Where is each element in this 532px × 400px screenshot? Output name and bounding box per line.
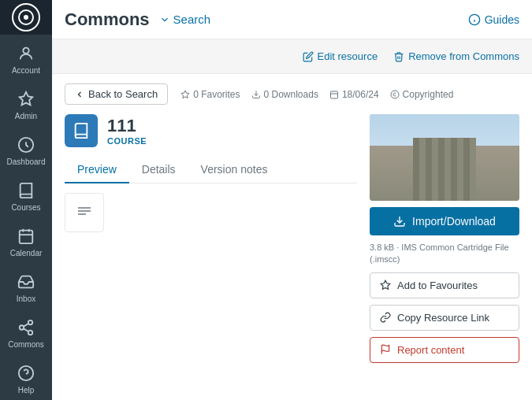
resource-title: 111 (107, 116, 147, 136)
downloads-meta: 0 Downloads (251, 89, 318, 100)
sidebar-item-account[interactable]: Account (0, 35, 52, 80)
sidebar-item-dashboard[interactable]: Dashboard (0, 126, 52, 172)
guides-button[interactable]: Guides (468, 13, 519, 26)
sidebar-item-courses[interactable]: Courses (0, 172, 52, 217)
edit-resource-button[interactable]: Edit resource (303, 50, 378, 62)
right-panel: Import/Download 3.8 kB · IMS Common Cart… (370, 114, 519, 400)
copy-resource-link-button[interactable]: Copy Resource Link (370, 305, 519, 331)
commons-icon (15, 317, 37, 339)
search-nav-label: Search (173, 13, 211, 26)
account-icon (15, 43, 37, 65)
left-panel: 111 COURSE Preview Details Version notes (65, 114, 357, 400)
toolbar: Edit resource Remove from Commons (52, 39, 532, 74)
report-label: Report content (397, 344, 464, 356)
import-label: Import/Download (412, 215, 496, 228)
admin-label: Admin (15, 112, 37, 121)
logo-circle (12, 3, 40, 31)
link-icon (380, 312, 391, 323)
copyright-icon (390, 90, 400, 99)
trash-icon (393, 51, 404, 62)
remove-from-commons-button[interactable]: Remove from Commons (393, 50, 519, 62)
copy-link-label: Copy Resource Link (397, 312, 489, 324)
inbox-icon (15, 271, 37, 293)
meta-items: 0 Favorites 0 Downloads 18/06/24 (180, 89, 453, 100)
calendar-icon (15, 225, 37, 247)
svg-line-10 (24, 328, 28, 331)
svg-point-9 (28, 331, 33, 335)
favorites-meta: 0 Favorites (180, 89, 240, 100)
chevron-left-icon (75, 90, 84, 99)
remove-from-commons-label: Remove from Commons (408, 50, 519, 62)
svg-rect-3 (20, 231, 33, 244)
flag-icon (380, 344, 391, 355)
downloads-count: 0 Downloads (264, 89, 318, 100)
page-title: Commons (65, 9, 150, 30)
date-value: 18/06/24 (342, 89, 379, 100)
dashboard-label: Dashboard (7, 157, 46, 167)
account-label: Account (12, 66, 40, 76)
license-value: Copyrighted (403, 89, 454, 100)
resource-type-label: COURSE (107, 136, 147, 146)
search-nav-btn[interactable]: Search (159, 13, 211, 26)
report-content-button[interactable]: Report content (370, 337, 519, 363)
svg-point-21 (391, 91, 399, 98)
download-icon (251, 90, 261, 99)
svg-rect-19 (330, 91, 337, 98)
svg-point-7 (28, 320, 33, 325)
svg-point-0 (24, 15, 28, 20)
guides-label: Guides (485, 13, 519, 26)
app-logo (0, 0, 52, 35)
courses-icon (15, 180, 37, 202)
thumb-structure (413, 138, 476, 201)
sidebar-item-commons[interactable]: Commons (0, 309, 52, 354)
document-lines-icon (75, 203, 94, 222)
edit-resource-label: Edit resource (318, 50, 378, 62)
svg-line-11 (24, 324, 28, 327)
back-to-search-button[interactable]: Back to Search (65, 83, 168, 105)
add-favourites-label: Add to Favourites (397, 280, 478, 291)
import-download-button[interactable]: Import/Download (370, 207, 519, 235)
add-to-favourites-button[interactable]: Add to Favourites (370, 272, 519, 298)
commons-label: Commons (8, 340, 44, 350)
svg-point-8 (20, 325, 24, 330)
tab-version-notes[interactable]: Version notes (188, 157, 281, 183)
sidebar-item-inbox[interactable]: Inbox (0, 263, 52, 309)
import-icon (393, 215, 406, 228)
svg-marker-17 (181, 91, 189, 98)
inbox-label: Inbox (17, 294, 35, 304)
file-info: 3.8 kB · IMS Common Cartridge File (.ims… (370, 242, 519, 266)
star-btn-icon (380, 280, 391, 291)
admin-icon (15, 88, 37, 110)
date-meta: 18/06/24 (329, 89, 379, 100)
logo-inner (18, 9, 34, 25)
svg-marker-26 (381, 280, 390, 289)
sidebar-item-admin[interactable]: Admin (0, 80, 52, 126)
calendar-small-icon (329, 90, 339, 99)
resource-thumbnail (370, 114, 519, 201)
resource-detail: 111 COURSE Preview Details Version notes (52, 114, 532, 400)
calendar-label: Calendar (10, 249, 43, 258)
star-icon (180, 90, 190, 99)
resource-type-icon (65, 114, 98, 147)
favorites-count: 0 Favorites (193, 89, 240, 100)
sidebar-item-calendar[interactable]: Calendar (0, 217, 52, 263)
main-content: Commons Search Guides Edit resource (52, 0, 532, 400)
help-icon (15, 362, 37, 384)
tab-preview[interactable]: Preview (65, 157, 129, 183)
edit-icon (303, 51, 314, 62)
resource-header: 111 COURSE (65, 114, 357, 147)
back-btn-label: Back to Search (88, 88, 158, 100)
tab-details[interactable]: Details (129, 157, 188, 183)
chevron-down-icon (159, 14, 170, 25)
sidebar-item-help[interactable]: Help (0, 354, 52, 400)
back-row: Back to Search 0 Favorites 0 Downloads (52, 74, 532, 114)
content-area: Back to Search 0 Favorites 0 Downloads (52, 74, 532, 400)
license-meta: Copyrighted (390, 89, 454, 100)
dashboard-icon (15, 134, 37, 156)
help-label: Help (18, 386, 35, 395)
svg-point-1 (23, 48, 28, 54)
top-nav: Commons Search Guides (52, 0, 532, 39)
tabs: Preview Details Version notes (65, 157, 357, 183)
courses-label: Courses (11, 203, 40, 213)
info-icon (468, 13, 481, 26)
